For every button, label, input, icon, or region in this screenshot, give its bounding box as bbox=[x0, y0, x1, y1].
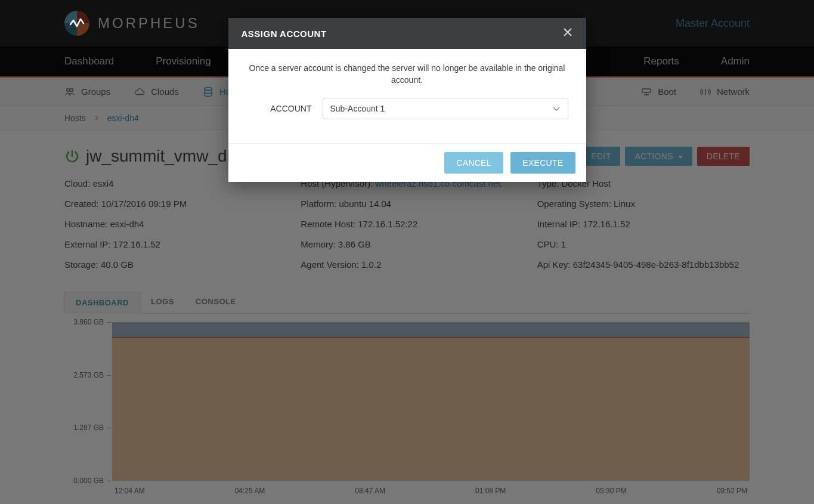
close-icon[interactable] bbox=[562, 26, 573, 41]
account-label: ACCOUNT bbox=[246, 104, 312, 113]
chevron-down-icon bbox=[552, 106, 561, 112]
modal-overlay: ASSIGN ACCOUNT Once a server account is … bbox=[0, 0, 814, 504]
execute-button[interactable]: EXECUTE bbox=[510, 152, 575, 174]
modal-body: Once a server account is changed the ser… bbox=[228, 49, 586, 143]
modal-footer: CANCEL EXECUTE bbox=[228, 143, 586, 182]
modal-header: ASSIGN ACCOUNT bbox=[228, 18, 586, 49]
cancel-button[interactable]: CANCEL bbox=[444, 152, 503, 174]
modal-description: Once a server account is changed the ser… bbox=[246, 62, 568, 86]
assign-account-modal: ASSIGN ACCOUNT Once a server account is … bbox=[228, 18, 586, 182]
account-select[interactable]: Sub-Account 1 bbox=[323, 98, 568, 119]
account-selected-value: Sub-Account 1 bbox=[330, 104, 385, 113]
modal-title: ASSIGN ACCOUNT bbox=[242, 29, 327, 39]
account-field-row: ACCOUNT Sub-Account 1 bbox=[246, 98, 568, 119]
